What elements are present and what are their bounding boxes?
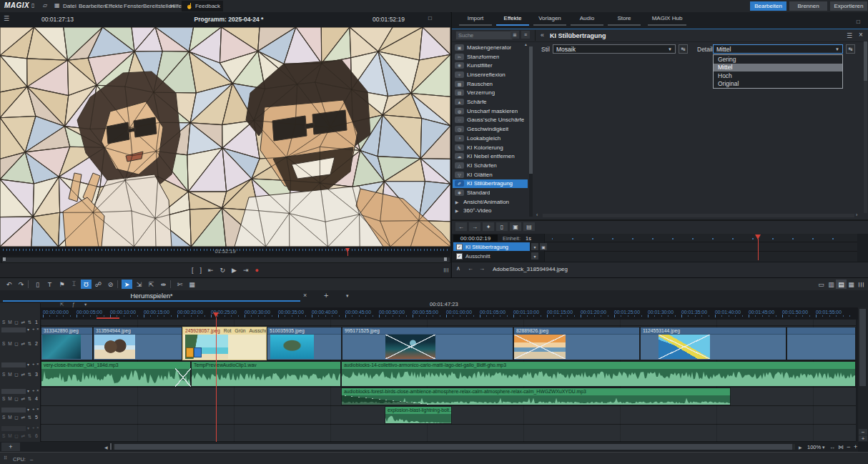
scrub-handle-right[interactable] xyxy=(444,257,447,261)
track-close-icon[interactable]: × xyxy=(36,388,39,393)
unlink-objects-icon[interactable]: ⊘ xyxy=(105,280,116,289)
record-icon[interactable]: ● xyxy=(255,267,259,274)
track-sm-buttons[interactable]: S M ◻ ⇄ ⇅ xyxy=(2,396,32,402)
keyframe-next-icon[interactable]: → xyxy=(469,222,480,231)
zoom-dropdown-icon[interactable]: ▾ xyxy=(822,445,825,450)
track-add-icon[interactable]: + xyxy=(32,407,35,411)
track-add-icon[interactable]: + xyxy=(32,425,35,430)
menu-bearbeiten[interactable]: Bearbeiten xyxy=(79,3,107,9)
delete-object-icon[interactable]: ▯ xyxy=(32,280,43,289)
mouse-mode-icon[interactable]: ➤ xyxy=(122,280,132,289)
panel-menu-icon[interactable]: ☰ xyxy=(847,32,852,39)
details-option-hoch[interactable]: Hoch xyxy=(714,71,842,80)
panel-fullscreen-icon[interactable]: □ xyxy=(857,19,860,25)
details-reset-button[interactable]: ↹ xyxy=(846,44,855,54)
tab-magix-hub[interactable]: MAGIX Hub xyxy=(646,15,689,26)
mode-button-exportieren[interactable]: Exportieren xyxy=(830,1,867,11)
effect-item-stanzformen[interactable]: ✂Stanzformen xyxy=(453,52,528,61)
video-clip[interactable] xyxy=(786,327,856,360)
keyframe-prev-icon[interactable]: ← xyxy=(455,222,467,231)
preview-playhead-marker[interactable] xyxy=(345,248,350,252)
scrub-handle-left[interactable] xyxy=(3,257,6,261)
keyframe-row-dropdown-icon[interactable]: ▾ xyxy=(531,252,538,260)
keyframe-add-icon[interactable]: ✦ xyxy=(483,222,494,231)
keyframe-copy-icon[interactable]: ▣ xyxy=(510,222,521,231)
range-in-icon[interactable]: [ xyxy=(192,267,194,274)
audio-clip[interactable]: audioblocks-14-collettivo-armonico-carlo… xyxy=(341,361,856,387)
audio-clip[interactable]: TempPreviewAudioClip1.wav xyxy=(191,361,341,387)
timeline-ruler[interactable]: 00:00:00:0000:00:05:0000:00:10:0000:00:1… xyxy=(41,307,858,320)
effect-item-ki-schärfen[interactable]: △KI Schärfen xyxy=(453,161,528,170)
effect-item-rauschen[interactable]: ▩Rauschen xyxy=(453,79,528,89)
menu-fenster[interactable]: Fenster xyxy=(124,3,143,9)
track-sm-buttons[interactable]: S M ◻ ⇄ ⇅ xyxy=(2,433,32,439)
title-editor-icon[interactable]: T xyxy=(44,280,55,289)
stil-dropdown[interactable]: Mosaik ▼ xyxy=(553,44,676,54)
preview-menu-icon[interactable]: ☰ xyxy=(4,15,9,22)
save-project-icon[interactable]: ▦ xyxy=(54,2,60,9)
effect-item-linsenreflexion[interactable]: ✧Linsenreflexion xyxy=(453,70,528,79)
detail-vscrollbar-thumb[interactable] xyxy=(864,41,867,81)
effects-list-scrollbar[interactable] xyxy=(529,46,533,217)
media-prev-icon[interactable]: ← xyxy=(468,265,473,272)
search-input[interactable] xyxy=(455,31,513,40)
sort-list-icon[interactable]: ≣ xyxy=(511,31,519,39)
track-vscrollbar-thumb[interactable] xyxy=(859,309,866,386)
video-preview[interactable] xyxy=(0,27,450,247)
preview-scrub-bar[interactable] xyxy=(0,256,450,263)
track-add-icon[interactable]: + xyxy=(32,362,35,366)
track-height-minus-button[interactable]: − xyxy=(859,429,867,435)
video-clip[interactable]: 313342890.jpeg xyxy=(41,327,93,360)
video-clip[interactable]: 245928057.jpegRotGrünAusschnittWe... xyxy=(182,327,267,360)
track-dropdown-icon[interactable]: ▾ xyxy=(27,388,29,393)
audio-clip[interactable]: audioblocks-forest-birds-close-ambience-… xyxy=(341,388,731,405)
effect-item-ki-kolorierung[interactable]: ✎KI Kolorierung xyxy=(453,143,528,152)
effect-item-standard[interactable]: ✱Standard xyxy=(453,188,528,197)
zoom-out-icon[interactable]: − xyxy=(847,443,850,450)
keyframe-row-checkbox[interactable]: ✓ xyxy=(456,253,463,260)
audio-level-icon[interactable]: ☰ xyxy=(443,267,448,273)
timeline-playhead-marker[interactable] xyxy=(213,312,219,317)
tab-audio[interactable]: Audio xyxy=(568,15,606,26)
track-dropdown-icon[interactable]: ▾ xyxy=(27,425,29,430)
mouse-mode-single-icon[interactable]: ⇲ xyxy=(134,280,144,289)
detail-vscrollbar[interactable] xyxy=(864,41,867,213)
expand-arrow-icon[interactable]: ▶ xyxy=(453,199,461,204)
hscroll-left-icon[interactable]: ◀ xyxy=(104,445,108,450)
track-name-input[interactable] xyxy=(1,389,26,394)
keyframe-playhead-marker[interactable] xyxy=(755,235,761,240)
effect-item-maskengenerator[interactable]: ▣Maskengenerator xyxy=(453,43,528,52)
video-clip[interactable]: 82889826.jpeg xyxy=(513,327,640,360)
track-close-icon[interactable]: × xyxy=(36,407,39,411)
preview-fullscreen-icon[interactable]: □ xyxy=(428,15,432,21)
hscroll-right-icon[interactable]: ▶ xyxy=(799,445,802,450)
split-object-icon[interactable]: ✄ xyxy=(174,280,185,289)
jump-start-icon[interactable]: ⇤ xyxy=(208,267,214,274)
detail-scroll-left-icon[interactable]: ‹ xyxy=(536,212,538,217)
effect-item-ki-nebel-entfernen[interactable]: ☁KI Nebel entfernen xyxy=(453,152,528,161)
media-up-icon[interactable]: ∧ xyxy=(456,265,460,272)
effect-item-ansicht-animation[interactable]: ▶Ansicht/Animation xyxy=(453,197,528,207)
track-lane-1[interactable] xyxy=(41,320,856,326)
effect-item-verzerrung[interactable]: ▨Verzerrung xyxy=(453,89,528,98)
snap-magnet-icon[interactable]: Ω xyxy=(81,280,92,289)
tab-import[interactable]: Import xyxy=(457,15,494,26)
track-name-input[interactable] xyxy=(1,408,26,413)
edit-range-icon[interactable]: ⌶ xyxy=(69,280,79,289)
group-objects-icon[interactable]: ▦ xyxy=(187,280,197,289)
track-sm-buttons[interactable]: S M ◻ ⇄ ⇅ xyxy=(2,341,32,347)
timeline-playhead-line[interactable] xyxy=(216,317,217,442)
track-height-plus-button[interactable]: + xyxy=(859,435,867,441)
track-dropdown-icon[interactable]: ▾ xyxy=(27,407,29,412)
zoom-in-icon[interactable]: + xyxy=(854,443,857,450)
keyframe-delete-icon[interactable]: ▯ xyxy=(496,222,508,231)
feedback-button[interactable]: ☝ Feedback xyxy=(182,1,223,11)
unit-value[interactable]: 1s xyxy=(526,235,531,242)
detail-hscrollbar[interactable] xyxy=(543,214,854,217)
add-track-button[interactable]: + xyxy=(1,443,20,451)
project-list-dropdown-icon[interactable]: ▾ xyxy=(346,293,349,299)
keyframe-lane[interactable] xyxy=(544,234,857,262)
video-clip[interactable]: 313594944.jpeg xyxy=(93,327,182,360)
audio-clip[interactable]: very-close-thunder_GkI_184d.mp3 xyxy=(41,361,191,387)
mode-button-bearbeiten[interactable]: Bearbeiten xyxy=(750,1,786,11)
